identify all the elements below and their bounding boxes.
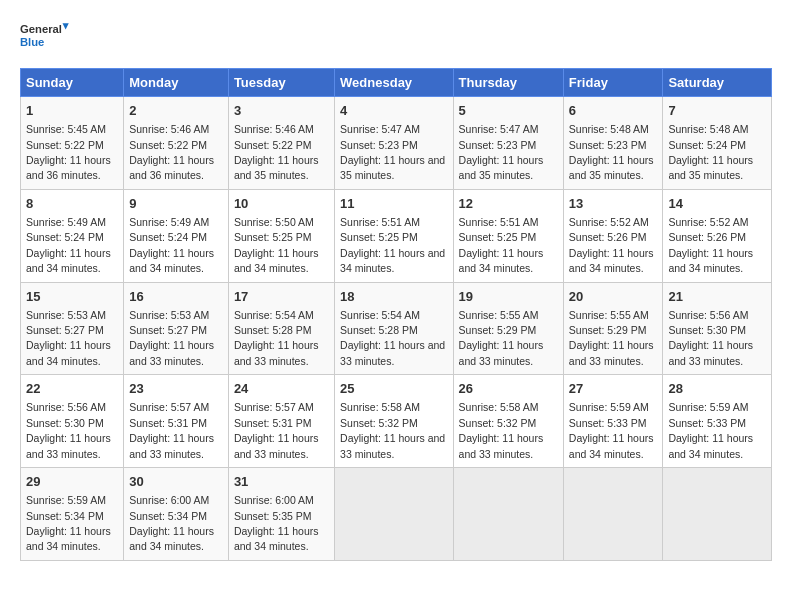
logo-svg: General Blue: [20, 16, 70, 60]
day-info: Sunrise: 5:56 AMSunset: 5:30 PMDaylight:…: [26, 401, 111, 459]
day-info: Sunrise: 5:50 AMSunset: 5:25 PMDaylight:…: [234, 216, 319, 274]
day-info: Sunrise: 5:59 AMSunset: 5:34 PMDaylight:…: [26, 494, 111, 552]
day-info: Sunrise: 5:59 AMSunset: 5:33 PMDaylight:…: [668, 401, 753, 459]
calendar-cell: 2 Sunrise: 5:46 AMSunset: 5:22 PMDayligh…: [124, 97, 229, 190]
calendar-cell: 30 Sunrise: 6:00 AMSunset: 5:34 PMDaylig…: [124, 468, 229, 561]
header-cell-wednesday: Wednesday: [335, 69, 453, 97]
day-number: 22: [26, 380, 118, 398]
day-number: 13: [569, 195, 658, 213]
day-info: Sunrise: 5:55 AMSunset: 5:29 PMDaylight:…: [459, 309, 544, 367]
calendar-cell: 24 Sunrise: 5:57 AMSunset: 5:31 PMDaylig…: [228, 375, 334, 468]
day-info: Sunrise: 5:46 AMSunset: 5:22 PMDaylight:…: [234, 123, 319, 181]
day-number: 21: [668, 288, 766, 306]
day-info: Sunrise: 6:00 AMSunset: 5:34 PMDaylight:…: [129, 494, 214, 552]
svg-text:General: General: [20, 23, 62, 35]
day-number: 6: [569, 102, 658, 120]
day-info: Sunrise: 5:52 AMSunset: 5:26 PMDaylight:…: [668, 216, 753, 274]
day-number: 11: [340, 195, 447, 213]
calendar-cell: 13 Sunrise: 5:52 AMSunset: 5:26 PMDaylig…: [563, 189, 663, 282]
calendar-cell: [663, 468, 772, 561]
calendar-table: SundayMondayTuesdayWednesdayThursdayFrid…: [20, 68, 772, 561]
calendar-cell: [335, 468, 453, 561]
calendar-cell: 31 Sunrise: 6:00 AMSunset: 5:35 PMDaylig…: [228, 468, 334, 561]
day-info: Sunrise: 5:45 AMSunset: 5:22 PMDaylight:…: [26, 123, 111, 181]
calendar-cell: 21 Sunrise: 5:56 AMSunset: 5:30 PMDaylig…: [663, 282, 772, 375]
day-number: 8: [26, 195, 118, 213]
day-info: Sunrise: 5:57 AMSunset: 5:31 PMDaylight:…: [234, 401, 319, 459]
header-row: SundayMondayTuesdayWednesdayThursdayFrid…: [21, 69, 772, 97]
day-info: Sunrise: 5:53 AMSunset: 5:27 PMDaylight:…: [26, 309, 111, 367]
day-info: Sunrise: 5:53 AMSunset: 5:27 PMDaylight:…: [129, 309, 214, 367]
calendar-body: 1 Sunrise: 5:45 AMSunset: 5:22 PMDayligh…: [21, 97, 772, 561]
calendar-cell: 4 Sunrise: 5:47 AMSunset: 5:23 PMDayligh…: [335, 97, 453, 190]
day-number: 19: [459, 288, 558, 306]
calendar-cell: 7 Sunrise: 5:48 AMSunset: 5:24 PMDayligh…: [663, 97, 772, 190]
day-number: 7: [668, 102, 766, 120]
day-info: Sunrise: 5:58 AMSunset: 5:32 PMDaylight:…: [459, 401, 544, 459]
svg-marker-2: [63, 23, 69, 29]
day-info: Sunrise: 5:49 AMSunset: 5:24 PMDaylight:…: [129, 216, 214, 274]
week-row-2: 8 Sunrise: 5:49 AMSunset: 5:24 PMDayligh…: [21, 189, 772, 282]
day-info: Sunrise: 5:55 AMSunset: 5:29 PMDaylight:…: [569, 309, 654, 367]
day-number: 1: [26, 102, 118, 120]
calendar-cell: 18 Sunrise: 5:54 AMSunset: 5:28 PMDaylig…: [335, 282, 453, 375]
calendar-cell: 20 Sunrise: 5:55 AMSunset: 5:29 PMDaylig…: [563, 282, 663, 375]
day-info: Sunrise: 5:59 AMSunset: 5:33 PMDaylight:…: [569, 401, 654, 459]
calendar-cell: 28 Sunrise: 5:59 AMSunset: 5:33 PMDaylig…: [663, 375, 772, 468]
calendar-cell: 19 Sunrise: 5:55 AMSunset: 5:29 PMDaylig…: [453, 282, 563, 375]
header: General Blue: [20, 16, 772, 60]
day-info: Sunrise: 6:00 AMSunset: 5:35 PMDaylight:…: [234, 494, 319, 552]
day-number: 27: [569, 380, 658, 398]
logo: General Blue: [20, 16, 70, 60]
header-cell-tuesday: Tuesday: [228, 69, 334, 97]
day-number: 25: [340, 380, 447, 398]
calendar-cell: 27 Sunrise: 5:59 AMSunset: 5:33 PMDaylig…: [563, 375, 663, 468]
day-info: Sunrise: 5:52 AMSunset: 5:26 PMDaylight:…: [569, 216, 654, 274]
calendar-cell: [453, 468, 563, 561]
day-info: Sunrise: 5:47 AMSunset: 5:23 PMDaylight:…: [340, 123, 445, 181]
calendar-cell: 22 Sunrise: 5:56 AMSunset: 5:30 PMDaylig…: [21, 375, 124, 468]
day-number: 31: [234, 473, 329, 491]
day-info: Sunrise: 5:48 AMSunset: 5:23 PMDaylight:…: [569, 123, 654, 181]
day-number: 14: [668, 195, 766, 213]
calendar-cell: 11 Sunrise: 5:51 AMSunset: 5:25 PMDaylig…: [335, 189, 453, 282]
calendar-cell: 17 Sunrise: 5:54 AMSunset: 5:28 PMDaylig…: [228, 282, 334, 375]
day-number: 2: [129, 102, 223, 120]
day-info: Sunrise: 5:54 AMSunset: 5:28 PMDaylight:…: [234, 309, 319, 367]
calendar-cell: 26 Sunrise: 5:58 AMSunset: 5:32 PMDaylig…: [453, 375, 563, 468]
day-info: Sunrise: 5:47 AMSunset: 5:23 PMDaylight:…: [459, 123, 544, 181]
calendar-cell: [563, 468, 663, 561]
day-info: Sunrise: 5:54 AMSunset: 5:28 PMDaylight:…: [340, 309, 445, 367]
day-number: 17: [234, 288, 329, 306]
day-number: 18: [340, 288, 447, 306]
day-info: Sunrise: 5:46 AMSunset: 5:22 PMDaylight:…: [129, 123, 214, 181]
calendar-cell: 6 Sunrise: 5:48 AMSunset: 5:23 PMDayligh…: [563, 97, 663, 190]
week-row-5: 29 Sunrise: 5:59 AMSunset: 5:34 PMDaylig…: [21, 468, 772, 561]
header-cell-monday: Monday: [124, 69, 229, 97]
day-number: 15: [26, 288, 118, 306]
calendar-cell: 8 Sunrise: 5:49 AMSunset: 5:24 PMDayligh…: [21, 189, 124, 282]
calendar-cell: 25 Sunrise: 5:58 AMSunset: 5:32 PMDaylig…: [335, 375, 453, 468]
week-row-3: 15 Sunrise: 5:53 AMSunset: 5:27 PMDaylig…: [21, 282, 772, 375]
calendar-cell: 3 Sunrise: 5:46 AMSunset: 5:22 PMDayligh…: [228, 97, 334, 190]
day-number: 30: [129, 473, 223, 491]
calendar-cell: 5 Sunrise: 5:47 AMSunset: 5:23 PMDayligh…: [453, 97, 563, 190]
day-number: 24: [234, 380, 329, 398]
day-info: Sunrise: 5:49 AMSunset: 5:24 PMDaylight:…: [26, 216, 111, 274]
calendar-cell: 29 Sunrise: 5:59 AMSunset: 5:34 PMDaylig…: [21, 468, 124, 561]
calendar-cell: 14 Sunrise: 5:52 AMSunset: 5:26 PMDaylig…: [663, 189, 772, 282]
calendar-cell: 15 Sunrise: 5:53 AMSunset: 5:27 PMDaylig…: [21, 282, 124, 375]
day-number: 12: [459, 195, 558, 213]
week-row-1: 1 Sunrise: 5:45 AMSunset: 5:22 PMDayligh…: [21, 97, 772, 190]
header-cell-sunday: Sunday: [21, 69, 124, 97]
day-number: 28: [668, 380, 766, 398]
day-info: Sunrise: 5:57 AMSunset: 5:31 PMDaylight:…: [129, 401, 214, 459]
calendar-cell: 10 Sunrise: 5:50 AMSunset: 5:25 PMDaylig…: [228, 189, 334, 282]
svg-text:Blue: Blue: [20, 36, 44, 48]
day-number: 4: [340, 102, 447, 120]
day-info: Sunrise: 5:58 AMSunset: 5:32 PMDaylight:…: [340, 401, 445, 459]
day-number: 23: [129, 380, 223, 398]
day-number: 9: [129, 195, 223, 213]
day-number: 29: [26, 473, 118, 491]
day-info: Sunrise: 5:51 AMSunset: 5:25 PMDaylight:…: [459, 216, 544, 274]
